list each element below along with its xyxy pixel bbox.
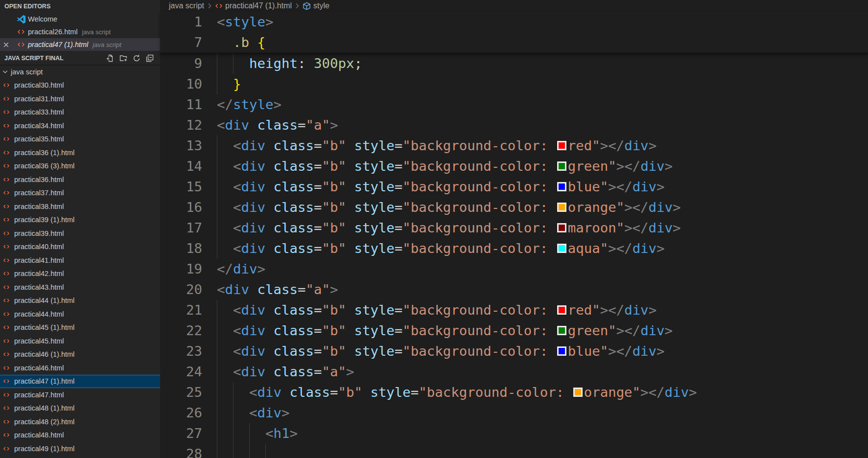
code-token: "b" (338, 385, 362, 400)
code-line[interactable]: 27 <h1> (160, 423, 868, 444)
explorer-section-header[interactable]: JAVA SCRIPT FINAL (0, 51, 160, 65)
tree-file-row[interactable]: practical48 (2).html (0, 415, 160, 429)
close-icon[interactable] (0, 41, 14, 48)
color-swatch[interactable] (557, 223, 566, 232)
code-line[interactable]: 26 <div> (160, 403, 868, 423)
tree-file-row[interactable]: practical46 (1).html (0, 348, 160, 362)
code-line[interactable]: 28 (160, 444, 868, 458)
tree-folder-row[interactable]: java script (0, 65, 160, 79)
code-token (265, 364, 274, 379)
code-token: "b" (322, 241, 346, 256)
tree-file-row[interactable]: practical45.html (0, 334, 160, 348)
tree-file-row[interactable]: practical40.html (0, 240, 160, 254)
code-token: "a" (305, 117, 329, 133)
color-swatch[interactable] (557, 346, 566, 356)
color-swatch[interactable] (557, 244, 566, 253)
indent-guide (217, 382, 217, 403)
open-editor-item[interactable]: practical26.htmljava script (0, 25, 160, 38)
code-line[interactable]: 20<div class="a"> (160, 279, 868, 300)
code-line[interactable]: 14 <div class="b" style="background-colo… (160, 156, 868, 177)
tree-file-row[interactable]: practical36 (3).html (0, 160, 160, 173)
refresh-icon[interactable] (133, 54, 141, 62)
code-line[interactable]: 17 <div class="b" style="background-colo… (160, 218, 868, 238)
tree-file-row[interactable]: practical30.html (0, 79, 160, 92)
code-token: > (330, 117, 338, 133)
tree-file-row[interactable]: practical39.html (0, 227, 160, 240)
code-line[interactable]: 24 <div class="a"> (160, 362, 868, 382)
color-swatch[interactable] (557, 203, 566, 212)
new-file-icon[interactable] (106, 54, 114, 62)
color-swatch[interactable] (557, 326, 566, 335)
code-line[interactable]: 13 <div class="b" style="background-colo… (160, 136, 868, 156)
code-token (217, 76, 233, 92)
code-token: style (354, 179, 394, 194)
color-swatch[interactable] (557, 305, 566, 315)
code-line[interactable]: 12<div class="a"> (160, 115, 868, 136)
tree-file-row[interactable]: practical44.html (0, 307, 160, 321)
tree-file-row[interactable]: practical49 (1).html (0, 442, 160, 456)
code-token: style (354, 200, 394, 215)
tree-file-row[interactable]: practical37.html (0, 186, 160, 200)
code-token (346, 302, 354, 318)
code-line[interactable]: 23 <div class="b" style="background-colo… (160, 341, 868, 362)
code-token: < (233, 323, 241, 338)
line-number: 25 (160, 382, 202, 403)
tree-file-row[interactable]: practical46.html (0, 361, 160, 375)
file-name: practical38.html (14, 203, 64, 210)
line-number: 22 (160, 321, 202, 341)
code-line[interactable]: 19</div> (160, 259, 868, 279)
tree-file-row[interactable]: practical36 (1).html (0, 146, 160, 160)
code-line[interactable]: 9 height: 300px; (160, 53, 868, 74)
open-editor-item[interactable]: practical47 (1).htmljava script (0, 38, 160, 51)
tree-file-row[interactable]: practical39 (1).html (0, 213, 160, 227)
code-line[interactable]: 10 } (160, 74, 868, 94)
file-name: practical44 (1).html (14, 297, 74, 304)
tree-file-row[interactable]: practical44 (1).html (0, 294, 160, 308)
code-token (265, 323, 274, 338)
color-swatch[interactable] (573, 388, 583, 397)
tree-file-row[interactable]: practical38.html (0, 200, 160, 213)
color-swatch[interactable] (557, 141, 566, 150)
new-folder-icon[interactable] (119, 54, 127, 62)
code-token (362, 385, 371, 400)
tree-file-row[interactable]: practical42.html (0, 267, 160, 281)
code-line[interactable]: 18 <div class="b" style="background-colo… (160, 238, 868, 259)
breadcrumb-item[interactable]: java script (169, 1, 204, 10)
tree-file-row[interactable]: practical33.html (0, 106, 160, 119)
code-line[interactable]: 22 <div class="b" style="background-colo… (160, 321, 868, 341)
tree-file-row[interactable]: practical48.html (0, 429, 160, 442)
tree-file-row[interactable]: practical45 (1).html (0, 321, 160, 335)
code-line[interactable]: 11</style> (160, 94, 868, 115)
tree-file-row[interactable]: practical35.html (0, 133, 160, 146)
indent-guide (233, 423, 234, 444)
code-token: div (241, 159, 265, 174)
html-file-icon (3, 122, 10, 130)
tree-file-row[interactable]: practical41.html (0, 253, 160, 267)
code-line[interactable]: 1<style> (160, 12, 868, 32)
color-swatch[interactable] (557, 182, 566, 191)
tree-file-row[interactable]: practical47.html (0, 388, 160, 402)
tree-file-row[interactable]: practical43.html (0, 280, 160, 294)
code-line[interactable]: 21 <div class="b" style="background-colo… (160, 300, 868, 321)
code-line[interactable]: 25 <div class="b" style="background-colo… (160, 382, 868, 403)
indent-guide (217, 136, 217, 156)
color-swatch[interactable] (557, 161, 566, 171)
collapse-all-icon[interactable] (146, 54, 154, 62)
open-editor-item[interactable]: Welcome (0, 13, 160, 25)
tree-file-row[interactable]: practical36.html (0, 173, 160, 186)
tree-file-row[interactable]: practical34.html (0, 119, 160, 133)
tree-file-row[interactable]: practical47 (1).html (0, 375, 160, 389)
code-line[interactable]: 15 <div class="b" style="background-colo… (160, 177, 868, 197)
code-token: div (225, 282, 249, 297)
code-token: = (314, 344, 322, 359)
code-token: > (673, 200, 681, 215)
tree-file-row[interactable]: practical48 (1).html (0, 402, 160, 415)
code-line[interactable]: 16 <div class="b" style="background-colo… (160, 197, 868, 218)
code-line[interactable]: 7 .b { (160, 32, 868, 53)
breadcrumb-item[interactable]: practical47 (1).html (215, 1, 292, 10)
html-file-icon (3, 243, 10, 251)
code-token: class (273, 344, 313, 359)
code-token: green" (568, 159, 616, 174)
breadcrumb-item[interactable]: style (303, 1, 329, 10)
tree-file-row[interactable]: practical31.html (0, 92, 160, 106)
